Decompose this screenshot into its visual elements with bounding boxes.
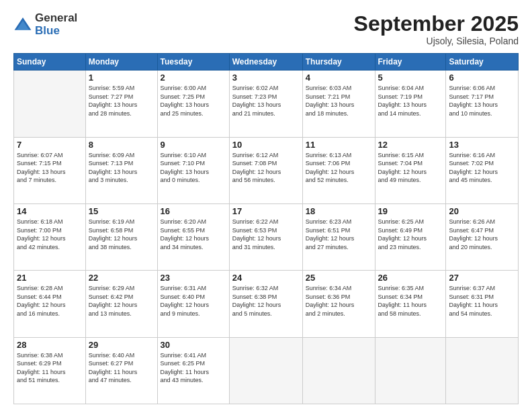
table-row: 24Sunrise: 6:32 AM Sunset: 6:38 PM Dayli… [229,271,302,337]
day-number: 11 [306,140,372,150]
day-info: Sunrise: 6:29 AM Sunset: 6:42 PM Dayligh… [89,284,154,318]
day-number: 29 [89,340,154,350]
day-number: 20 [449,206,515,216]
header-saturday: Saturday [446,54,519,71]
day-number: 9 [161,140,226,150]
day-number: 12 [378,140,443,150]
day-number: 10 [232,140,300,150]
table-row: 15Sunrise: 6:19 AM Sunset: 6:58 PM Dayli… [85,203,157,270]
day-number: 14 [17,206,83,216]
day-info: Sunrise: 6:37 AM Sunset: 6:31 PM Dayligh… [449,284,515,318]
table-row: 9Sunrise: 6:10 AM Sunset: 7:10 PM Daylig… [157,137,229,203]
table-row: 1Sunrise: 5:59 AM Sunset: 7:27 PM Daylig… [85,71,157,137]
day-number: 27 [449,273,515,283]
day-info: Sunrise: 6:31 AM Sunset: 6:40 PM Dayligh… [161,284,226,318]
day-info: Sunrise: 6:41 AM Sunset: 6:25 PM Dayligh… [161,351,226,385]
table-row: 26Sunrise: 6:35 AM Sunset: 6:34 PM Dayli… [375,271,446,337]
table-row: 16Sunrise: 6:20 AM Sunset: 6:55 PM Dayli… [157,203,229,270]
day-number: 26 [378,273,443,283]
day-number: 28 [17,340,83,350]
table-row: 8Sunrise: 6:09 AM Sunset: 7:13 PM Daylig… [85,137,157,203]
table-row: 13Sunrise: 6:16 AM Sunset: 7:02 PM Dayli… [446,137,519,203]
day-info: Sunrise: 6:00 AM Sunset: 7:25 PM Dayligh… [161,84,226,118]
table-row: 30Sunrise: 6:41 AM Sunset: 6:25 PM Dayli… [157,337,229,404]
day-info: Sunrise: 6:12 AM Sunset: 7:08 PM Dayligh… [232,151,300,185]
table-row: 28Sunrise: 6:38 AM Sunset: 6:29 PM Dayli… [14,337,86,404]
day-number: 7 [17,140,83,150]
table-row: 4Sunrise: 6:03 AM Sunset: 7:21 PM Daylig… [302,71,375,137]
table-row: 25Sunrise: 6:34 AM Sunset: 6:36 PM Dayli… [302,271,375,337]
day-info: Sunrise: 6:40 AM Sunset: 6:27 PM Dayligh… [89,351,154,385]
month-title: September 2025 [354,12,519,36]
table-row: 11Sunrise: 6:13 AM Sunset: 7:06 PM Dayli… [302,137,375,203]
day-info: Sunrise: 6:19 AM Sunset: 6:58 PM Dayligh… [89,218,154,251]
day-info: Sunrise: 6:25 AM Sunset: 6:49 PM Dayligh… [378,218,443,251]
title-block: September 2025 Ujsoly, Silesia, Poland [354,12,519,46]
table-row: 6Sunrise: 6:06 AM Sunset: 7:17 PM Daylig… [446,71,519,137]
header-wednesday: Wednesday [229,54,302,71]
day-info: Sunrise: 6:06 AM Sunset: 7:17 PM Dayligh… [449,84,515,118]
day-info: Sunrise: 6:03 AM Sunset: 7:21 PM Dayligh… [306,84,372,118]
day-number: 17 [232,206,300,216]
calendar-week-row: 21Sunrise: 6:28 AM Sunset: 6:44 PM Dayli… [14,271,519,337]
location: Ujsoly, Silesia, Poland [354,36,519,46]
header-monday: Monday [85,54,157,71]
day-info: Sunrise: 6:09 AM Sunset: 7:13 PM Dayligh… [89,151,154,185]
day-info: Sunrise: 6:26 AM Sunset: 6:47 PM Dayligh… [449,218,515,251]
day-number: 1 [89,73,154,83]
day-info: Sunrise: 6:13 AM Sunset: 7:06 PM Dayligh… [306,151,372,185]
day-info: Sunrise: 6:38 AM Sunset: 6:29 PM Dayligh… [17,351,83,385]
day-info: Sunrise: 6:10 AM Sunset: 7:10 PM Dayligh… [161,151,226,185]
calendar-header-row: Sunday Monday Tuesday Wednesday Thursday… [14,54,519,71]
day-number: 15 [89,206,154,216]
calendar-week-row: 14Sunrise: 6:18 AM Sunset: 7:00 PM Dayli… [14,203,519,270]
day-number: 4 [306,73,372,83]
header-thursday: Thursday [302,54,375,71]
day-number: 16 [161,206,226,216]
logo-blue: Blue [35,25,77,38]
table-row: 2Sunrise: 6:00 AM Sunset: 7:25 PM Daylig… [157,71,229,137]
day-number: 18 [306,206,372,216]
day-number: 21 [17,273,83,283]
table-row: 7Sunrise: 6:07 AM Sunset: 7:15 PM Daylig… [14,137,86,203]
calendar-week-row: 7Sunrise: 6:07 AM Sunset: 7:15 PM Daylig… [14,137,519,203]
table-row: 17Sunrise: 6:22 AM Sunset: 6:53 PM Dayli… [229,203,302,270]
day-number: 3 [232,73,300,83]
table-row: 20Sunrise: 6:26 AM Sunset: 6:47 PM Dayli… [446,203,519,270]
day-info: Sunrise: 6:35 AM Sunset: 6:34 PM Dayligh… [378,284,443,318]
table-row: 14Sunrise: 6:18 AM Sunset: 7:00 PM Dayli… [14,203,86,270]
table-row [229,337,302,404]
table-row: 3Sunrise: 6:02 AM Sunset: 7:23 PM Daylig… [229,71,302,137]
logo: General Blue [13,12,77,37]
table-row [302,337,375,404]
table-row [446,337,519,404]
day-info: Sunrise: 6:28 AM Sunset: 6:44 PM Dayligh… [17,284,83,318]
day-info: Sunrise: 6:07 AM Sunset: 7:15 PM Dayligh… [17,151,83,185]
table-row: 19Sunrise: 6:25 AM Sunset: 6:49 PM Dayli… [375,203,446,270]
day-number: 30 [161,340,226,350]
table-row: 23Sunrise: 6:31 AM Sunset: 6:40 PM Dayli… [157,271,229,337]
day-info: Sunrise: 6:18 AM Sunset: 7:00 PM Dayligh… [17,218,83,251]
day-number: 22 [89,273,154,283]
day-number: 25 [306,273,372,283]
header-sunday: Sunday [14,54,86,71]
table-row: 29Sunrise: 6:40 AM Sunset: 6:27 PM Dayli… [85,337,157,404]
table-row: 21Sunrise: 6:28 AM Sunset: 6:44 PM Dayli… [14,271,86,337]
day-info: Sunrise: 5:59 AM Sunset: 7:27 PM Dayligh… [89,84,154,118]
logo-icon [13,15,32,34]
day-number: 2 [161,73,226,83]
table-row: 22Sunrise: 6:29 AM Sunset: 6:42 PM Dayli… [85,271,157,337]
calendar-week-row: 1Sunrise: 5:59 AM Sunset: 7:27 PM Daylig… [14,71,519,137]
day-number: 19 [378,206,443,216]
day-number: 6 [449,73,515,83]
day-info: Sunrise: 6:22 AM Sunset: 6:53 PM Dayligh… [232,218,300,251]
day-info: Sunrise: 6:23 AM Sunset: 6:51 PM Dayligh… [306,218,372,251]
table-row: 18Sunrise: 6:23 AM Sunset: 6:51 PM Dayli… [302,203,375,270]
header-tuesday: Tuesday [157,54,229,71]
calendar-week-row: 28Sunrise: 6:38 AM Sunset: 6:29 PM Dayli… [14,337,519,404]
table-row: 10Sunrise: 6:12 AM Sunset: 7:08 PM Dayli… [229,137,302,203]
day-info: Sunrise: 6:04 AM Sunset: 7:19 PM Dayligh… [378,84,443,118]
header: General Blue September 2025 Ujsoly, Sile… [13,12,519,46]
table-row: 5Sunrise: 6:04 AM Sunset: 7:19 PM Daylig… [375,71,446,137]
day-number: 23 [161,273,226,283]
